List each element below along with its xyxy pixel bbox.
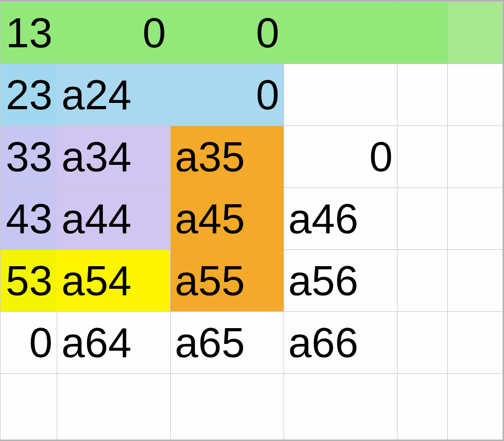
cell-r1c3[interactable]: 0 bbox=[171, 2, 284, 64]
spreadsheet-viewport: 13 0 0 23 a24 0 33 a34 a35 0 43 bbox=[0, 0, 504, 441]
cell-r4c1[interactable]: 43 bbox=[1, 188, 57, 250]
cell-r1c5[interactable] bbox=[397, 2, 448, 64]
row-3: 33 a34 a35 0 bbox=[1, 126, 503, 188]
cell-r2c6[interactable] bbox=[448, 64, 503, 126]
cell-r5c5[interactable] bbox=[397, 250, 448, 312]
cell-r5c4[interactable]: a56 bbox=[284, 250, 397, 312]
cell-r5c6[interactable] bbox=[448, 250, 503, 312]
cell-r2c2[interactable]: a24 bbox=[57, 64, 171, 126]
cell-r3c6[interactable] bbox=[448, 126, 503, 188]
cell-r1c6[interactable] bbox=[448, 2, 503, 64]
cell-r7c1[interactable] bbox=[1, 374, 57, 440]
cell-r3c2[interactable]: a34 bbox=[57, 126, 171, 188]
cell-r4c2[interactable]: a44 bbox=[57, 188, 171, 250]
cell-r5c1[interactable]: 53 bbox=[1, 250, 57, 312]
cell-r2c3[interactable]: 0 bbox=[171, 64, 284, 126]
cell-r3c1[interactable]: 33 bbox=[1, 126, 57, 188]
row-5: 53 a54 a55 a56 bbox=[1, 250, 503, 312]
cell-r3c3[interactable]: a35 bbox=[171, 126, 284, 188]
cell-r4c3[interactable]: a45 bbox=[171, 188, 284, 250]
row-7 bbox=[1, 374, 503, 440]
cell-r1c4[interactable] bbox=[284, 2, 397, 64]
row-2: 23 a24 0 bbox=[1, 64, 503, 126]
cell-r6c5[interactable] bbox=[397, 312, 448, 374]
cell-r7c3[interactable] bbox=[171, 374, 284, 440]
cell-r4c4[interactable]: a46 bbox=[284, 188, 397, 250]
cell-r7c4[interactable] bbox=[284, 374, 397, 440]
spreadsheet-grid: 13 0 0 23 a24 0 33 a34 a35 0 43 bbox=[0, 2, 503, 440]
row-6: 0 a64 a65 a66 bbox=[1, 312, 503, 374]
cell-r3c4[interactable]: 0 bbox=[284, 126, 397, 188]
cell-r7c2[interactable] bbox=[57, 374, 171, 440]
cell-r5c3[interactable]: a55 bbox=[171, 250, 284, 312]
cell-r5c2[interactable]: a54 bbox=[57, 250, 171, 312]
cell-r6c2[interactable]: a64 bbox=[57, 312, 171, 374]
cell-r6c4[interactable]: a66 bbox=[284, 312, 397, 374]
cell-r2c1[interactable]: 23 bbox=[1, 64, 57, 126]
cell-r2c5[interactable] bbox=[397, 64, 448, 126]
cell-r3c5[interactable] bbox=[397, 126, 448, 188]
cell-r4c6[interactable] bbox=[448, 188, 503, 250]
cell-r1c2[interactable]: 0 bbox=[57, 2, 171, 64]
row-4: 43 a44 a45 a46 bbox=[1, 188, 503, 250]
cell-r6c1[interactable]: 0 bbox=[1, 312, 57, 374]
cell-r6c6[interactable] bbox=[448, 312, 503, 374]
cell-r7c6[interactable] bbox=[448, 374, 503, 440]
row-1: 13 0 0 bbox=[1, 2, 503, 64]
cell-r2c4[interactable] bbox=[284, 64, 397, 126]
cell-r6c3[interactable]: a65 bbox=[171, 312, 284, 374]
cell-r1c1[interactable]: 13 bbox=[1, 2, 57, 64]
cell-r4c5[interactable] bbox=[397, 188, 448, 250]
cell-r7c5[interactable] bbox=[397, 374, 448, 440]
